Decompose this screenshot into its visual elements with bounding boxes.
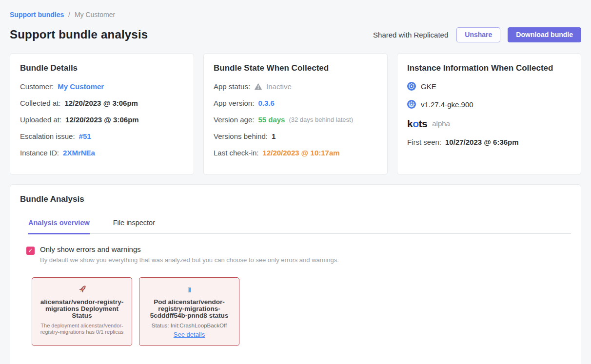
warning-icon [254, 83, 262, 90]
header-actions: Shared with Replicated Unshare Download … [373, 27, 581, 42]
version-age-note: (32 days behind latest) [289, 116, 353, 123]
app-version-label: App version: [214, 99, 254, 107]
analysis-tabs: Analysis overview File inspector [28, 219, 571, 234]
gke-icon [407, 82, 416, 91]
breadcrumb: Support bundles / My Customer [10, 11, 581, 19]
page-header: Support bundle analysis Shared with Repl… [10, 27, 581, 42]
version-age-label: Version age: [214, 115, 254, 124]
last-checkin-value: 12/20/2023 @ 10:17am [263, 149, 340, 157]
uploaded-at-value: 12/20/2023 @ 3:06pm [65, 115, 139, 124]
kubernetes-icon [407, 100, 416, 109]
bundle-state-title: Bundle State When Collected [214, 63, 377, 73]
breadcrumb-separator: / [68, 11, 70, 19]
tab-file-inspector[interactable]: File inspector [113, 219, 155, 234]
bundle-details-card: Bundle Details Customer: My Customer Col… [10, 53, 194, 175]
shared-status-text: Shared with Replicated [373, 31, 448, 39]
versions-behind-label: Versions behind: [214, 132, 268, 140]
instance-info-title: Instance Information When Collected [407, 63, 571, 73]
collected-at-label: Collected at: [20, 99, 60, 107]
filter-label: Only show errors and warnings [40, 245, 339, 253]
finding-status-text: Status: Init:CrashLoopBackOff [144, 323, 234, 328]
version-age-value: 55 days [258, 115, 285, 124]
download-bundle-button[interactable]: Download bundle [508, 27, 581, 42]
first-seen-value: 10/27/2023 @ 6:36pm [445, 138, 519, 146]
broken-image-icon [188, 287, 191, 292]
finding-card-deployment[interactable]: alicenstar/vendor-registry-migrations De… [32, 277, 132, 346]
k8s-version-value: v1.27.4-gke.900 [421, 100, 473, 109]
kots-logo: kots [407, 118, 427, 130]
instance-id-label: Instance ID: [20, 149, 59, 157]
tab-analysis-overview[interactable]: Analysis overview [28, 219, 90, 234]
page-title: Support bundle analysis [10, 28, 148, 41]
breadcrumb-current: My Customer [75, 11, 115, 19]
app-status-label: App status: [214, 82, 250, 91]
escalation-issue-label: Escalation issue: [20, 132, 75, 140]
channel-label: alpha [432, 119, 450, 128]
customer-link[interactable]: My Customer [58, 82, 104, 91]
finding-title: alicenstar/vendor-registry-migrations De… [37, 299, 127, 320]
distribution-value: GKE [421, 82, 436, 91]
breadcrumb-support-bundles-link[interactable]: Support bundles [10, 11, 64, 19]
finding-title: Pod alicenstar/vendor-registry-migration… [144, 299, 234, 320]
info-cards-row: Bundle Details Customer: My Customer Col… [10, 53, 581, 175]
bundle-state-card: Bundle State When Collected App status: … [203, 53, 388, 175]
customer-label: Customer: [20, 82, 54, 91]
rocket-icon [74, 282, 90, 298]
uploaded-at-label: Uploaded at: [20, 115, 61, 124]
only-errors-checkbox[interactable]: ✓ [26, 247, 35, 255]
versions-behind-value: 1 [272, 132, 276, 140]
collected-at-value: 12/20/2023 @ 3:06pm [64, 99, 138, 107]
filter-description: By default we show you everything that w… [40, 256, 339, 264]
instance-id-link[interactable]: 2XMrNEa [63, 149, 95, 157]
instance-info-card: Instance Information When Collected GKE … [397, 53, 581, 175]
last-checkin-label: Last check-in: [214, 149, 259, 157]
app-status-value: Inactive [266, 82, 292, 91]
app-version-link[interactable]: 0.3.6 [258, 99, 274, 107]
bundle-analysis-card: Bundle Analysis Analysis overview File i… [10, 184, 581, 364]
see-details-link[interactable]: See details [174, 331, 205, 338]
findings-row: alicenstar/vendor-registry-migrations De… [32, 277, 571, 346]
first-seen-label: First seen: [407, 138, 441, 146]
filter-row: ✓ Only show errors and warnings By defau… [26, 245, 571, 264]
bundle-details-title: Bundle Details [20, 63, 184, 73]
unshare-button[interactable]: Unshare [456, 27, 500, 42]
bundle-analysis-title: Bundle Analysis [20, 194, 571, 204]
escalation-issue-link[interactable]: #51 [79, 132, 91, 140]
finding-card-pod-status[interactable]: Pod alicenstar/vendor-registry-migration… [139, 277, 239, 346]
finding-description: The deployment alicenstar/vendor-registr… [37, 323, 127, 335]
